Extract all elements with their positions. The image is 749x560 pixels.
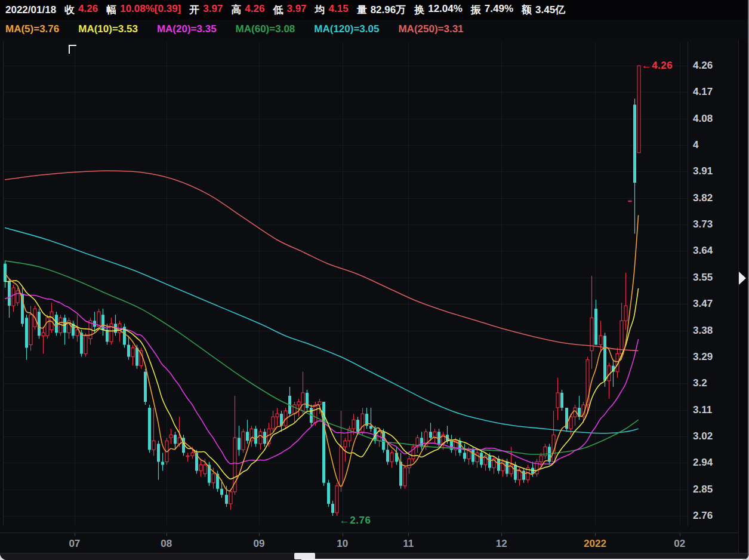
candlestick-chart[interactable] <box>0 0 749 560</box>
stock-chart-window: 2022/01/18 收4.26幅10.08%[0.39]开3.97高4.26低… <box>0 0 749 560</box>
axis-divider <box>738 39 739 553</box>
expand-right-panel-button[interactable] <box>739 272 746 285</box>
